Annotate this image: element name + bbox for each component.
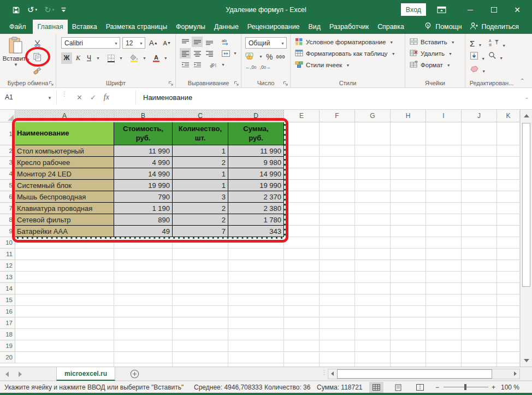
clipboard-dialog-launcher[interactable] xyxy=(49,80,54,86)
tab-split-handle[interactable]: ⋮ xyxy=(321,371,327,373)
number-format-combo[interactable]: Общий▼ xyxy=(245,37,287,49)
new-sheet-icon[interactable] xyxy=(130,369,139,380)
column-header-J[interactable]: J xyxy=(462,110,497,122)
orientation-icon[interactable]: ab xyxy=(208,60,219,70)
lightbulb-icon[interactable] xyxy=(424,22,432,32)
share-person-icon[interactable] xyxy=(470,22,478,32)
row-header-19[interactable]: 19 xyxy=(0,340,15,352)
ribbon-tab-2[interactable]: Вставка xyxy=(68,20,102,34)
column-header-G[interactable]: G xyxy=(355,110,391,122)
format-cells-button[interactable]: Формат▼ xyxy=(410,61,455,69)
increase-font-icon[interactable]: A▲ xyxy=(147,37,159,49)
decrease-font-icon[interactable]: A▼ xyxy=(162,37,173,49)
row-header-17[interactable]: 17 xyxy=(0,317,15,329)
ribbon-tab-6[interactable]: Рецензирование xyxy=(243,20,304,34)
row-header-20[interactable]: 20 xyxy=(0,352,15,363)
column-header-F[interactable]: F xyxy=(320,110,355,122)
collapse-ribbon-icon[interactable]: ⌃ xyxy=(520,78,524,84)
font-name-combo[interactable]: Calibri▼ xyxy=(61,37,120,49)
page-break-icon[interactable] xyxy=(413,382,427,393)
maximize-button[interactable] xyxy=(484,0,503,20)
formula-value[interactable]: Наименование xyxy=(143,90,192,104)
ribbon-tab-1[interactable]: Главная xyxy=(33,20,67,34)
vertical-scroll-thumb[interactable] xyxy=(522,123,530,287)
delete-cells-button[interactable]: Удалить▼ xyxy=(410,49,455,58)
horizontal-scroll-thumb[interactable] xyxy=(337,369,492,379)
italic-button[interactable]: К xyxy=(73,52,83,64)
row-header-13[interactable]: 13 xyxy=(0,272,15,283)
find-icon[interactable]: ▼ xyxy=(488,51,507,61)
row-header-11[interactable]: 11 xyxy=(0,249,15,260)
cell-styles-button[interactable]: Стили ячеек▼ xyxy=(295,61,395,69)
scroll-up-icon[interactable] xyxy=(524,114,529,117)
ribbon-display-options-icon[interactable] xyxy=(437,5,446,16)
scroll-right-icon[interactable] xyxy=(514,372,517,376)
align-left-icon[interactable] xyxy=(180,48,191,58)
help-tab[interactable]: Помощн xyxy=(435,23,462,31)
sheet-tab[interactable]: microexcel.ru xyxy=(56,367,115,381)
zoom-out-icon[interactable]: − xyxy=(435,381,439,393)
close-button[interactable]: ✕ xyxy=(508,0,527,20)
increase-indent-icon[interactable] xyxy=(192,60,203,70)
column-header-I[interactable]: I xyxy=(426,110,462,122)
name-box[interactable]: A1▼ xyxy=(0,90,57,104)
column-header-K[interactable]: K xyxy=(497,110,520,122)
align-bottom-icon[interactable] xyxy=(204,37,215,47)
clear-icon[interactable]: ▼ xyxy=(470,65,488,74)
fill-down-icon[interactable]: ▼ xyxy=(470,51,488,62)
ribbon-tab-0[interactable]: Файл xyxy=(2,20,33,34)
insert-cells-button[interactable]: Вставить▼ xyxy=(410,38,455,46)
font-color-icon[interactable]: А xyxy=(151,52,162,64)
row-header-18[interactable]: 18 xyxy=(0,329,15,340)
conditional-formatting-button[interactable]: Условное форматирование▼ xyxy=(295,38,395,46)
sheet-prev-icon[interactable] xyxy=(5,372,9,377)
alignment-dialog-launcher[interactable] xyxy=(234,80,239,86)
underline-button[interactable]: Ч xyxy=(84,52,94,64)
minimize-button[interactable]: ─ xyxy=(461,0,480,20)
format-painter-icon[interactable] xyxy=(32,66,43,75)
zoom-slider[interactable] xyxy=(444,387,488,387)
insert-function-icon[interactable]: fx xyxy=(104,93,109,102)
enter-icon[interactable]: ✓ xyxy=(90,93,96,102)
page-layout-icon[interactable] xyxy=(391,382,405,393)
merge-center-icon[interactable] xyxy=(220,48,231,58)
format-as-table-button[interactable]: Форматировать как таблицу▼ xyxy=(295,49,395,58)
expand-formula-bar-icon[interactable]: ⌄ xyxy=(524,95,529,100)
ribbon-tab-9[interactable]: Справка xyxy=(373,20,409,34)
scroll-down-icon[interactable] xyxy=(524,359,529,362)
align-top-icon[interactable] xyxy=(180,37,191,47)
bold-button[interactable]: Ж xyxy=(61,52,72,64)
sort-filter-icon[interactable]: АЯ ▼ xyxy=(488,38,507,49)
decrease-indent-icon[interactable] xyxy=(180,60,191,70)
vertical-scrollbar[interactable] xyxy=(520,110,532,367)
normal-view-icon[interactable] xyxy=(369,382,383,393)
ribbon-tab-7[interactable]: Вид xyxy=(304,20,324,34)
align-center-icon[interactable] xyxy=(192,48,203,58)
ribbon-tab-8[interactable]: Разработчик xyxy=(325,20,373,34)
zoom-slider-thumb[interactable] xyxy=(464,384,466,390)
align-middle-icon[interactable] xyxy=(192,37,203,47)
scroll-left-icon[interactable] xyxy=(331,372,334,376)
font-dialog-launcher[interactable] xyxy=(168,80,174,86)
row-header-12[interactable]: 12 xyxy=(0,260,15,272)
column-header-H[interactable]: H xyxy=(391,110,426,122)
ribbon-tab-3[interactable]: Разметка страницы xyxy=(102,20,172,34)
comma-style-icon[interactable]: 000 xyxy=(276,54,285,60)
font-size-combo[interactable]: 12▼ xyxy=(122,37,145,49)
share-tab[interactable]: Поделиться xyxy=(482,23,519,31)
zoom-level[interactable]: 100 % xyxy=(501,381,528,393)
autosum-icon[interactable]: Σ ▼ xyxy=(470,39,488,48)
align-right-icon[interactable] xyxy=(204,48,215,58)
ribbon-tab-4[interactable]: Формулы xyxy=(172,20,210,34)
wrap-text-icon[interactable]: ab xyxy=(220,37,231,47)
row-header-15[interactable]: 15 xyxy=(0,294,15,306)
sign-in-button[interactable]: Вход xyxy=(401,3,426,16)
cancel-icon[interactable]: ✕ xyxy=(76,93,82,102)
accounting-format-icon[interactable] xyxy=(245,51,255,62)
column-header-E[interactable]: E xyxy=(284,110,320,122)
horizontal-scrollbar[interactable] xyxy=(328,369,520,379)
percent-style-icon[interactable]: % xyxy=(266,52,273,61)
zoom-in-icon[interactable]: + xyxy=(492,381,495,393)
sheet-next-icon[interactable] xyxy=(19,372,22,377)
row-header-14[interactable]: 14 xyxy=(0,283,15,294)
